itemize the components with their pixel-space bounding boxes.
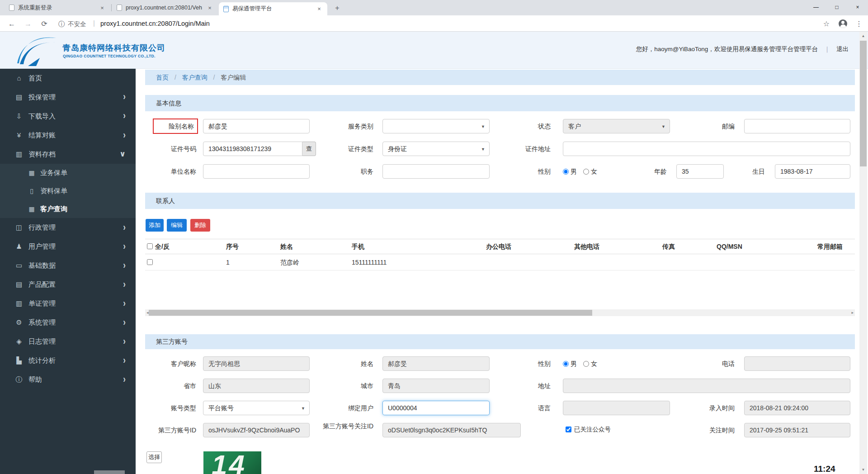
follow-id-input[interactable]: oDSUet0lsgn3q0oc2KEPKsuI5hTQ xyxy=(382,423,521,437)
home-icon: ⌂ xyxy=(14,69,24,88)
birthday-input[interactable]: 1983-08-17 xyxy=(775,164,850,179)
gender-female-label: 女 xyxy=(591,168,597,175)
contacts-horizontal-scrollbar[interactable]: ◂ ▸ xyxy=(145,309,855,316)
id-type-select[interactable]: 身份证▼ xyxy=(382,142,490,156)
bookmark-star-icon[interactable]: ☆ xyxy=(821,19,832,29)
sidebar-item-policy-mgmt[interactable]: ▤投保管理 › xyxy=(0,88,136,107)
url-text[interactable]: proxy1.countnet.cn:20807/Login/Main xyxy=(100,20,210,27)
id-address-input[interactable] xyxy=(563,142,850,156)
company-name-cn: 青岛康特网络科技有限公司 xyxy=(62,43,165,53)
scroll-right-icon[interactable]: ▸ xyxy=(851,309,854,316)
logout-link[interactable]: 退出 xyxy=(836,46,849,52)
sidebar-scrollbar-thumb[interactable] xyxy=(94,470,125,474)
back-icon[interactable]: ← xyxy=(6,19,17,29)
breadcrumb-home[interactable]: 首页 xyxy=(156,74,169,81)
sidebar-item-settlement[interactable]: ¥结算对账 › xyxy=(0,126,136,145)
address-input[interactable] xyxy=(563,379,850,393)
third-name-input[interactable]: 郝彦旻 xyxy=(382,356,490,371)
edit-contact-button[interactable]: 编辑 xyxy=(167,219,187,232)
sidebar-item-label: 下载导入 xyxy=(28,112,56,120)
tab-close-icon[interactable]: × xyxy=(206,5,213,11)
service-type-select[interactable]: ▼ xyxy=(382,119,490,133)
new-tab-button[interactable]: + xyxy=(332,3,343,14)
sidebar-item-label: 用户管理 xyxy=(28,242,56,250)
sidebar-item-statistics[interactable]: ▙统计分析 › xyxy=(0,351,136,370)
scrollbar-thumb[interactable] xyxy=(149,310,592,316)
gender-female-label: 女 xyxy=(591,360,597,367)
window-minimize-button[interactable]: — xyxy=(806,0,826,14)
phone-input[interactable] xyxy=(744,356,850,371)
breadcrumb-customer-query[interactable]: 客户查询 xyxy=(182,74,208,81)
id-number-input[interactable]: 130431198308171239 xyxy=(203,142,302,156)
select-all-checkbox[interactable] xyxy=(147,243,153,249)
language-label: 语言 xyxy=(488,401,551,415)
sidebar-item-certificate-mgmt[interactable]: ▥单证管理 › xyxy=(0,294,136,313)
section-title-third-party: 第三方账号 xyxy=(145,334,855,349)
select-image-button[interactable]: 选择 xyxy=(146,451,162,463)
delete-contact-button[interactable]: 删除 xyxy=(190,219,210,232)
row-checkbox[interactable] xyxy=(147,259,153,265)
sidebar-item-product-config[interactable]: ▤产品配置 › xyxy=(0,275,136,294)
gender-female-radio[interactable] xyxy=(583,361,589,367)
sidebar-item-help[interactable]: ⓘ帮助 › xyxy=(0,370,136,389)
gender-radio-group: 男 女 xyxy=(563,164,597,179)
follow-time-input[interactable]: 2017-09-25 09:51:21 xyxy=(744,423,850,437)
province-input[interactable]: 山东 xyxy=(203,379,310,393)
scrollbar-thumb[interactable] xyxy=(860,41,867,166)
gender-female-radio[interactable] xyxy=(583,169,589,175)
insurance-name-input[interactable]: 郝彦旻 xyxy=(203,119,310,133)
sidebar-item-home[interactable]: ⌂首页 xyxy=(0,69,136,88)
bound-user-input[interactable]: U0000004 xyxy=(382,401,490,415)
security-label[interactable]: 不安全 xyxy=(68,20,86,28)
age-input[interactable]: 35 xyxy=(676,164,724,179)
sidebar-item-user-mgmt[interactable]: ♟用户管理 › xyxy=(0,237,136,256)
tab-close-icon[interactable]: × xyxy=(99,5,106,11)
browser-tab-2[interactable]: proxy1.countnet.cn:20801/Veh × xyxy=(112,0,218,15)
page-vertical-scrollbar[interactable]: ▲ ▼ xyxy=(859,32,867,474)
language-input[interactable] xyxy=(563,401,670,415)
account-type-select[interactable]: 平台账号▼ xyxy=(203,401,310,415)
sidebar-subitem-customer-query[interactable]: ▦客户查询 xyxy=(0,200,136,218)
reload-icon[interactable]: ⟳ xyxy=(39,19,50,29)
nickname-input[interactable]: 无字尚相思 xyxy=(203,356,310,371)
user-icon: ♟ xyxy=(14,237,24,256)
sidebar-item-label: 业务保单 xyxy=(40,169,67,176)
company-name-input[interactable] xyxy=(203,164,310,179)
scroll-left-icon[interactable]: ◂ xyxy=(146,309,149,316)
tab-close-icon[interactable]: × xyxy=(316,5,323,12)
browser-tab-1[interactable]: 系统重新登录 × xyxy=(5,0,110,15)
browser-tab-active[interactable]: 易保通管理平台 × xyxy=(219,2,327,15)
forward-icon[interactable]: → xyxy=(23,19,33,29)
postcode-input[interactable] xyxy=(744,119,850,133)
add-contact-button[interactable]: 添加 xyxy=(146,219,164,232)
chevron-right-icon: › xyxy=(123,123,126,148)
sidebar-subitem-data-policy[interactable]: ▯资料保单 xyxy=(0,182,136,200)
sidebar-item-download-import[interactable]: ⇩下载导入 › xyxy=(0,107,136,126)
window-maximize-button[interactable]: □ xyxy=(826,0,847,14)
entry-time-input[interactable]: 2018-08-21 09:24:00 xyxy=(744,401,850,415)
greeting-text: 您好，haoym@YiBaoTong，欢迎使用易保通服务管理平台管理平台 xyxy=(636,46,818,52)
window-close-button[interactable]: × xyxy=(847,0,868,14)
profile-icon[interactable] xyxy=(839,19,847,28)
sidebar-subitem-business-policy[interactable]: ▦业务保单 xyxy=(0,164,136,182)
browser-menu-icon[interactable]: ⋮ xyxy=(854,19,864,29)
scroll-down-icon[interactable]: ▼ xyxy=(859,468,867,472)
followed-checkbox[interactable] xyxy=(566,427,571,432)
sidebar-item-system-mgmt[interactable]: ⚙系统管理 › xyxy=(0,313,136,332)
gender-male-radio[interactable] xyxy=(563,169,569,175)
scroll-up-icon[interactable]: ▲ xyxy=(859,34,867,38)
sidebar-item-label: 资料保单 xyxy=(40,187,67,194)
sidebar-item-admin[interactable]: ◫行政管理 › xyxy=(0,218,136,237)
info-icon[interactable]: ⓘ xyxy=(56,19,67,29)
document-icon: ▤ xyxy=(14,88,24,107)
city-input[interactable]: 青岛 xyxy=(382,379,490,393)
status-select[interactable]: 客户▼ xyxy=(563,119,670,133)
third-id-input[interactable]: osJHVsukvZf-9QzCbnoi9AuaPO xyxy=(203,423,310,437)
table-row[interactable] xyxy=(145,254,855,270)
sidebar-item-log-mgmt[interactable]: ◈日志管理 › xyxy=(0,332,136,351)
browser-address-bar: ← → ⟳ ⓘ 不安全 | proxy1.countnet.cn:20807/L… xyxy=(0,15,868,32)
sidebar-item-archive[interactable]: ▥资料存档 ∨ xyxy=(0,145,136,164)
sidebar-item-base-data[interactable]: ▭基础数据 › xyxy=(0,256,136,275)
job-input[interactable] xyxy=(382,164,490,179)
gender-male-radio[interactable] xyxy=(563,361,569,367)
